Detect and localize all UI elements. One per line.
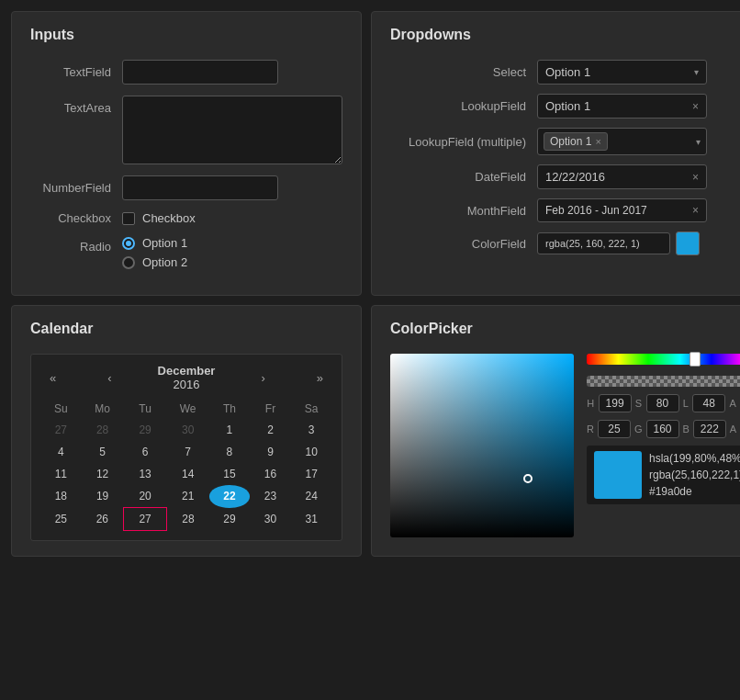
calendar-month-year: December 2016 (158, 364, 216, 391)
radio-input-2[interactable] (122, 256, 135, 269)
r-value[interactable]: 25 (598, 420, 631, 438)
radio-label-2: Option 2 (142, 255, 187, 269)
checkbox-row: Checkbox Checkbox (30, 211, 342, 225)
monthfield-control[interactable]: Feb 2016 - Jun 2017 × (537, 198, 707, 222)
l-value[interactable]: 48 (692, 394, 725, 412)
col-we: We (167, 399, 209, 419)
lookupfield-value: Option 1 (545, 99, 590, 113)
calendar-day[interactable]: 5 (82, 441, 124, 463)
calendar-day[interactable]: 28 (82, 419, 124, 441)
calendar-day[interactable]: 31 (291, 508, 332, 531)
calendar-day[interactable]: 18 (40, 485, 82, 508)
h-value[interactable]: 199 (599, 394, 632, 412)
color-preview-swatch (594, 451, 642, 499)
radio-option-1[interactable]: Option 1 (122, 236, 187, 250)
dropdowns-panel: Dropdowns Select Option 1 ▾ LookupField … (371, 11, 740, 296)
calendar-day[interactable]: 30 (250, 508, 291, 531)
lookupfield-multiple-label: LookupField (multiple) (390, 135, 537, 149)
textarea-row: TextArea (30, 96, 342, 164)
r-label: R (587, 423, 594, 435)
calendar-day[interactable]: 19 (82, 485, 124, 508)
prev-month-button[interactable]: ‹ (102, 369, 117, 387)
chevron-down-icon: ▾ (694, 67, 699, 77)
calendar-grid: Su Mo Tu We Th Fr Sa 2728293012345678910… (40, 399, 332, 531)
calendar-day[interactable]: 27 (124, 508, 167, 531)
checkbox-label: Checkbox (30, 211, 122, 225)
checkbox-text: Checkbox (142, 211, 196, 225)
calendar-day[interactable]: 20 (124, 485, 167, 508)
calendar-day[interactable]: 25 (40, 508, 82, 531)
hue-bar[interactable] (587, 354, 740, 365)
saturation-picker[interactable] (390, 354, 574, 537)
next-year-button[interactable]: » (311, 369, 329, 387)
b-value[interactable]: 222 (693, 420, 726, 438)
datefield-control[interactable]: 12/22/2016 × (537, 164, 707, 189)
calendar-day[interactable]: 29 (209, 508, 251, 531)
textfield-input[interactable] (122, 60, 278, 85)
calendar-day[interactable]: 14 (167, 463, 209, 485)
calendar-day[interactable]: 7 (167, 441, 209, 463)
rgba-value: rgba(25,160,222,1) (649, 469, 740, 481)
close-icon-month[interactable]: × (692, 204, 699, 217)
color-preview-box: hsla(199,80%,48%,1) rgba(25,160,222,1) #… (587, 446, 740, 504)
g-value[interactable]: 160 (646, 420, 679, 438)
checkbox-input[interactable] (122, 212, 135, 225)
col-mo: Mo (82, 399, 124, 419)
lookupfield-multiple-row: LookupField (multiple) Option 1 × ▾ (390, 128, 740, 155)
calendar-day[interactable]: 13 (124, 463, 167, 485)
tag-remove-icon[interactable]: × (595, 136, 600, 147)
calendar-day[interactable]: 15 (209, 463, 251, 485)
lookupfield-multiple-control[interactable]: Option 1 × ▾ (537, 128, 707, 155)
calendar-day[interactable]: 2 (250, 419, 291, 441)
calendar-day[interactable]: 24 (291, 485, 332, 508)
radio-input-1[interactable] (122, 237, 135, 250)
calendar-day[interactable]: 16 (250, 463, 291, 485)
calendar-day[interactable]: 17 (291, 463, 332, 485)
calendar-day[interactable]: 9 (250, 441, 291, 463)
calendar-day[interactable]: 11 (40, 463, 82, 485)
calendar-day[interactable]: 22 (209, 485, 251, 508)
colorfield-value: rgba(25, 160, 222, 1) (545, 238, 640, 249)
close-icon[interactable]: × (692, 100, 699, 113)
monthfield-value: Feb 2016 - Jun 2017 (545, 204, 647, 217)
prev-year-button[interactable]: « (44, 369, 62, 387)
tag-value: Option 1 (550, 135, 591, 148)
s-value[interactable]: 80 (646, 394, 679, 412)
colorfield-control[interactable]: rgba(25, 160, 222, 1) (537, 232, 670, 254)
numberfield-row: NumberField (30, 175, 342, 200)
calendar-day[interactable]: 30 (167, 419, 209, 441)
next-month-button[interactable]: › (255, 369, 270, 387)
calendar-day[interactable]: 3 (291, 419, 332, 441)
calendar-day[interactable]: 26 (82, 508, 124, 531)
calendar-day[interactable]: 28 (167, 508, 209, 531)
colorfield-swatch[interactable] (676, 231, 700, 255)
calendar-day[interactable]: 6 (124, 441, 167, 463)
calendar-day[interactable]: 8 (209, 441, 251, 463)
colorpicker-controls: H 199 S 80 L 48 A 1 R 25 G 160 B 222 (587, 354, 740, 537)
calendar-day[interactable]: 4 (40, 441, 82, 463)
g-label: G (634, 423, 643, 435)
calendar-day[interactable]: 23 (250, 485, 291, 508)
colorpicker-widget: H 199 S 80 L 48 A 1 R 25 G 160 B 222 (390, 354, 740, 537)
calendar-day[interactable]: 1 (209, 419, 251, 441)
radio-option-2[interactable]: Option 2 (122, 255, 187, 269)
numberfield-input[interactable] (122, 175, 278, 200)
calendar-day[interactable]: 12 (82, 463, 124, 485)
select-control[interactable]: Option 1 ▾ (537, 60, 707, 85)
a-label-1: A (729, 398, 736, 409)
col-su: Su (40, 399, 82, 419)
datefield-label: DateField (390, 170, 537, 184)
lookupfield-control[interactable]: Option 1 × (537, 94, 707, 119)
textarea-input[interactable] (122, 96, 342, 164)
calendar-day[interactable]: 27 (40, 419, 82, 441)
calendar-month: December (158, 364, 216, 378)
calendar-day[interactable]: 29 (124, 419, 167, 441)
calendar-day[interactable]: 10 (291, 441, 332, 463)
hue-thumb[interactable] (690, 352, 701, 367)
calendar-day[interactable]: 21 (167, 485, 209, 508)
alpha-bar[interactable] (587, 376, 740, 387)
checkbox-container[interactable]: Checkbox (122, 211, 196, 225)
close-icon-date[interactable]: × (692, 171, 699, 184)
radio-label-1: Option 1 (142, 236, 187, 250)
dropdowns-title: Dropdowns (390, 27, 740, 43)
